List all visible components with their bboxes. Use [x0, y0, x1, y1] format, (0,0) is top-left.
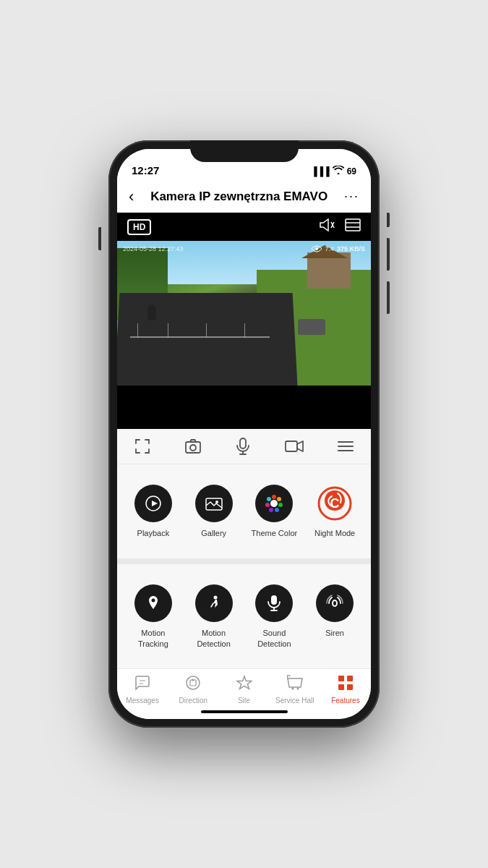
theme-color-icon-circle	[255, 485, 293, 522]
messages-icon	[134, 675, 150, 694]
side-button-left	[98, 227, 101, 250]
motion-tracking-icon-circle	[134, 584, 172, 622]
wifi-quality: 7.4	[325, 245, 334, 252]
svg-rect-2	[346, 219, 360, 231]
theme-color-label: Theme Color	[252, 528, 298, 538]
svg-point-19	[270, 500, 278, 507]
night-mode-label: Night Mode	[314, 528, 355, 538]
record-button[interactable]	[285, 439, 304, 454]
motion-detection-icon-circle	[195, 584, 233, 622]
playback-icon-circle	[134, 485, 172, 522]
svg-point-36	[333, 601, 336, 605]
svg-rect-48	[347, 684, 353, 690]
svg-rect-8	[240, 438, 246, 448]
side-button-right-3	[387, 281, 390, 314]
video-container: HD	[117, 213, 371, 429]
gallery-label: Gallery	[201, 528, 226, 538]
svg-point-31	[213, 596, 217, 600]
svg-rect-45	[338, 676, 344, 681]
svg-point-22	[278, 503, 283, 507]
sound-detection-icon-circle	[255, 584, 293, 622]
playback-label: Playback	[137, 528, 170, 538]
tab-messages[interactable]: Messages	[117, 675, 168, 705]
home-indicator	[201, 710, 288, 713]
notch	[190, 140, 299, 162]
gallery-icon-circle	[195, 485, 233, 522]
layout-icon[interactable]	[345, 218, 361, 235]
feature-siren[interactable]: Siren	[304, 576, 365, 658]
feature-playback[interactable]: Playback	[123, 476, 184, 547]
features-section: Playback Gallery	[117, 464, 371, 668]
camera-feed: 2024-05-28 12:27:43 7.4 375 KB/S	[117, 241, 371, 386]
microphone-button[interactable]	[235, 438, 251, 455]
hd-badge[interactable]: HD	[127, 219, 151, 235]
video-black-bottom	[117, 386, 371, 429]
features-label: Features	[331, 697, 359, 705]
features-grid: Playback Gallery	[117, 464, 371, 558]
feature-motion-tracking[interactable]: MotionTracking	[123, 576, 184, 658]
svg-point-42	[291, 688, 294, 690]
sound-detection-label: SoundDetection	[257, 628, 291, 649]
feature-night-mode[interactable]: C Night Mode	[304, 476, 365, 547]
camera-stats: 7.4 375 KB/S	[312, 245, 365, 252]
video-icons	[319, 218, 361, 235]
service-hall-label: Service Hall	[275, 697, 314, 705]
svg-point-25	[265, 503, 270, 507]
mute-icon[interactable]	[319, 218, 335, 235]
signal-icon: ▐▐▐	[311, 166, 330, 176]
feature-gallery[interactable]: Gallery	[184, 476, 244, 547]
direction-icon	[185, 675, 201, 694]
svg-point-20	[272, 495, 276, 499]
tab-site[interactable]: Site	[218, 675, 269, 705]
back-button[interactable]: ‹	[129, 187, 134, 206]
status-time: 12:27	[132, 164, 159, 176]
svg-point-30	[151, 599, 155, 603]
video-top-bar: HD	[117, 213, 371, 241]
svg-rect-47	[338, 684, 344, 690]
svg-marker-16	[152, 501, 158, 506]
svg-point-24	[269, 508, 273, 512]
more-menu-button[interactable]: ···	[344, 189, 359, 204]
motion-detection-label: MotionDetection	[197, 628, 230, 649]
svg-point-39	[187, 676, 200, 689]
siren-label: Siren	[325, 628, 344, 638]
svg-text:C: C	[330, 496, 340, 511]
screenshot-button[interactable]	[184, 438, 202, 454]
motion-tracking-label: MotionTracking	[138, 628, 168, 649]
svg-rect-11	[286, 441, 297, 451]
side-button-right-2	[387, 238, 390, 271]
svg-rect-32	[271, 595, 277, 605]
night-mode-icon-circle: C	[316, 485, 354, 522]
page-title: Kamera IP zewnętrzna EMAVO	[150, 190, 328, 204]
fullscreen-button[interactable]	[134, 438, 151, 455]
tab-features[interactable]: Features	[320, 675, 371, 705]
feature-motion-detection[interactable]: MotionDetection	[184, 576, 244, 658]
section-divider	[117, 558, 371, 564]
tab-service-hall[interactable]: Service Hall	[270, 675, 320, 705]
direction-label: Direction	[179, 697, 207, 705]
list-menu-button[interactable]	[337, 439, 354, 454]
svg-point-26	[267, 497, 271, 501]
site-label: Site	[238, 697, 250, 705]
wifi-icon	[333, 166, 344, 176]
tab-direction[interactable]: Direction	[168, 675, 218, 705]
messages-label: Messages	[126, 697, 159, 705]
status-icons: ▐▐▐ 69	[311, 166, 356, 176]
battery-icon: 69	[347, 166, 356, 176]
controls-toolbar	[117, 429, 371, 464]
feature-sound-detection[interactable]: SoundDetection	[244, 576, 305, 658]
svg-point-7	[190, 445, 196, 451]
speed-stat: 375 KB/S	[337, 245, 365, 252]
svg-point-21	[277, 497, 281, 501]
site-icon	[236, 675, 252, 694]
svg-rect-46	[347, 676, 353, 681]
phone-screen: 12:27 ▐▐▐ 69 ‹ Kamera IP zewnętrzna EMAV…	[117, 149, 371, 719]
svg-point-43	[296, 688, 299, 690]
feature-theme-color[interactable]: Theme Color	[244, 476, 305, 547]
siren-icon-circle	[316, 584, 354, 622]
camera-timestamp: 2024-05-28 12:27:43	[123, 245, 184, 252]
svg-point-23	[275, 508, 279, 512]
svg-point-5	[315, 247, 318, 250]
features-icon	[338, 675, 354, 694]
svg-point-41	[192, 679, 194, 681]
